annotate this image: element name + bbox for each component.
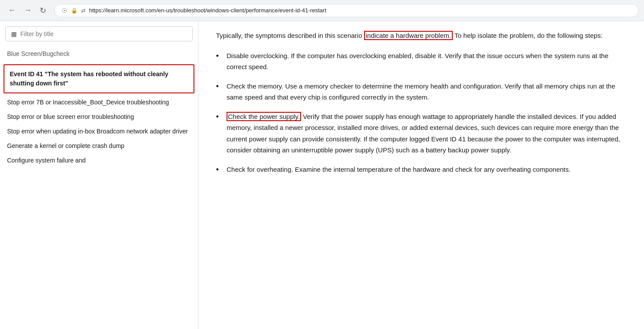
sidebar: ▦ Filter by title Blue Screen/Bugcheck E…: [0, 21, 198, 329]
intro-end: To help isolate the problem, do the foll…: [453, 32, 603, 39]
filter-placeholder: Filter by title: [20, 30, 53, 37]
shield-icon: ☉: [62, 7, 67, 14]
sidebar-item-generate-kernel-dump[interactable]: Generate a kernel or complete crash dump: [0, 139, 198, 153]
sidebar-item-configure-system-failure[interactable]: Configure system failure and: [0, 153, 198, 168]
lock-icon: 🔒: [71, 7, 78, 14]
list-item-power-supply: • Check the power supply. Verify that th…: [216, 111, 626, 156]
sidebar-item-stop-error-broadcom[interactable]: Stop error when updating in-box Broadcom…: [0, 124, 198, 139]
bullet-1-text: Disable overclocking. If the computer ha…: [227, 50, 626, 73]
arrow-icon: ⇄: [81, 7, 86, 14]
bullet-icon: •: [216, 111, 222, 123]
list-item: • Check the memory. Use a memory checker…: [216, 81, 626, 103]
sidebar-item-stop-error-7b[interactable]: Stop error 7B or Inaccessible_Boot_Devic…: [0, 95, 198, 110]
nav-buttons: ← → ↻: [5, 4, 49, 17]
list-item: • Disable overclocking. If the computer …: [216, 50, 626, 73]
bullet-2-text: Check the memory. Use a memory checker t…: [227, 81, 626, 103]
sidebar-item-event-id-41[interactable]: Event ID 41 "The system has rebooted wit…: [4, 64, 194, 93]
filter-icon: ▦: [11, 30, 17, 37]
back-button[interactable]: ←: [5, 4, 19, 17]
hardware-problem-highlight: indicate a hardware problem.: [364, 31, 453, 40]
url-text: https://learn.microsoft.com/en-us/troubl…: [89, 7, 326, 14]
sidebar-prev-item: Blue Screen/Bugcheck: [0, 48, 198, 63]
address-bar[interactable]: ☉ 🔒 ⇄ https://learn.microsoft.com/en-us/…: [54, 4, 639, 17]
bullet-icon: •: [216, 50, 222, 62]
bullet-4-text: Check for overheating. Examine the inter…: [227, 164, 626, 175]
list-item: • Check for overheating. Examine the int…: [216, 164, 626, 176]
filter-box[interactable]: ▦ Filter by title: [5, 26, 193, 41]
main-content: Typically, the symptoms described in thi…: [198, 21, 644, 329]
page-layout: ▦ Filter by title Blue Screen/Bugcheck E…: [0, 21, 644, 329]
sidebar-item-stop-error-blue-screen[interactable]: Stop error or blue screen error troubles…: [0, 110, 198, 124]
bullet-icon: •: [216, 81, 222, 92]
bullet-3-text: Check the power supply. Verify that the …: [227, 111, 626, 156]
intro-paragraph: Typically, the symptoms described in thi…: [216, 30, 626, 41]
bullet-list: • Disable overclocking. If the computer …: [216, 50, 626, 176]
intro-text: Typically, the symptoms described in thi…: [216, 32, 364, 39]
forward-button[interactable]: →: [21, 4, 34, 17]
bullet-icon: •: [216, 164, 222, 176]
power-supply-highlight: Check the power supply.: [227, 112, 301, 121]
browser-chrome: ← → ↻ ☉ 🔒 ⇄ https://learn.microsoft.com/…: [0, 0, 644, 21]
reload-button[interactable]: ↻: [37, 4, 49, 17]
